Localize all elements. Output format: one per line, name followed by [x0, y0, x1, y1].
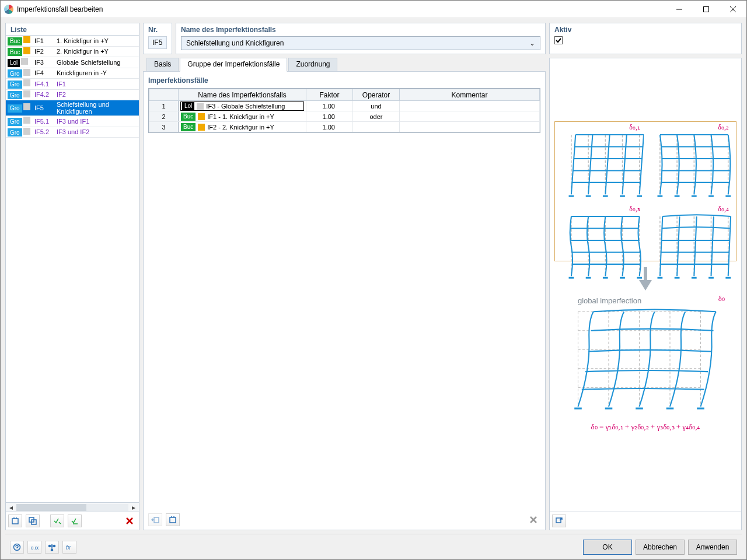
cancel-button[interactable]: Abbrechen: [636, 540, 685, 555]
scroll-right-icon[interactable]: ▸: [130, 503, 138, 512]
col-name: Name des Imperfektionsfalls: [179, 89, 306, 101]
chevron-down-icon: ⌄: [527, 39, 537, 47]
list[interactable]: BucIF11. Knickfigur in +YBucIF22. Knickf…: [6, 35, 139, 502]
svg-rect-13: [154, 517, 159, 523]
diagram-4-icon: [647, 207, 732, 285]
preview-panel: δ₀,₁: [549, 58, 742, 530]
global-delta-label: δ₀: [718, 294, 725, 303]
copy-button[interactable]: [26, 514, 40, 527]
name-combo-value: Schiefstellung und Knickfiguren: [186, 39, 284, 47]
tab-basis[interactable]: Basis: [146, 58, 179, 72]
window-title: Imperfektionsfall bearbeiten: [17, 5, 103, 13]
list-hscroll[interactable]: ◂ ▸: [6, 502, 139, 512]
svg-rect-1: [704, 6, 709, 12]
svg-line-9: [59, 522, 61, 524]
apply-button[interactable]: Anwenden: [688, 540, 737, 555]
svg-line-26: [605, 135, 609, 194]
new-row-button[interactable]: [166, 513, 180, 526]
cases-table[interactable]: Name des Imperfektionsfalls Faktor Opera…: [148, 88, 540, 133]
nr-label: Nr.: [148, 26, 167, 34]
name-label: Name des Imperfektionsfalls: [181, 26, 540, 34]
units-button[interactable]: 0.00: [27, 541, 41, 554]
col-operator: Operator: [353, 89, 400, 101]
svg-line-24: [571, 135, 575, 194]
col-kommentar: Kommentar: [400, 89, 540, 101]
app-icon: [4, 5, 13, 14]
list-item[interactable]: GroIF5.1IF3 und IF1: [6, 116, 139, 127]
col-rownum: [149, 89, 179, 101]
check-a-button[interactable]: [50, 514, 64, 527]
delta-1-label: δ₀,₁: [629, 123, 640, 132]
list-toolbar: [6, 512, 139, 530]
fx-button[interactable]: fx: [62, 541, 76, 554]
svg-line-28: [640, 135, 644, 194]
list-header: Liste: [6, 23, 139, 35]
svg-text:fx: fx: [66, 544, 71, 551]
name-box: Name des Imperfektionsfalls Schiefstellu…: [176, 23, 546, 54]
svg-point-110: [54, 545, 55, 547]
table-row[interactable]: 1LolIF3 - Globale Schiefstellung1.00und: [149, 101, 540, 111]
delete-row-button[interactable]: [526, 513, 540, 526]
svg-point-105: [14, 544, 20, 550]
main-content: Basis Gruppe der Imperfektionsfälle Zuor…: [143, 58, 546, 530]
svg-line-25: [588, 135, 592, 194]
list-item[interactable]: GroIF5Schiefstellung und Knickfiguren: [6, 100, 139, 116]
diagram-1-icon: [558, 125, 644, 204]
delta-3-label: δ₀,₃: [629, 205, 640, 214]
minimize-button[interactable]: [666, 1, 693, 18]
tab-zuordnung[interactable]: Zuordnung: [288, 58, 337, 72]
diagram-3-icon: [558, 207, 644, 285]
move-left-button[interactable]: [148, 513, 162, 526]
formula-label: δ₀ = γ₁δ₀,₁ + γ₂δ₀,₂ + γ₃δ₀,₃ + γ₄δ₀,₄: [591, 422, 700, 432]
diagram-global-icon: [554, 296, 736, 419]
aktiv-label: Aktiv: [554, 26, 736, 34]
svg-point-111: [51, 549, 53, 551]
svg-rect-14: [170, 517, 176, 523]
preview-detach-button[interactable]: [552, 514, 566, 527]
tree-button[interactable]: [45, 541, 59, 554]
aktiv-checkbox[interactable]: [554, 36, 563, 44]
list-item[interactable]: GroIF4.1IF1: [6, 79, 139, 90]
nr-value: IF5: [148, 36, 167, 49]
svg-point-109: [49, 545, 51, 547]
maximize-button[interactable]: [693, 1, 720, 18]
svg-rect-4: [12, 519, 18, 524]
list-item[interactable]: BucIF22. Knickfigur in +Y: [6, 46, 139, 57]
check-b-button[interactable]: [68, 514, 82, 527]
new-button[interactable]: [8, 514, 22, 527]
svg-line-27: [623, 135, 627, 194]
list-item[interactable]: GroIF4.2IF2: [6, 89, 139, 100]
nr-box: Nr. IF5: [143, 23, 172, 54]
titlebar: Imperfektionsfall bearbeiten: [1, 1, 746, 18]
diagram-2-icon: [647, 125, 732, 204]
name-combo[interactable]: Schiefstellung und Knickfiguren ⌄: [181, 36, 540, 50]
aktiv-box: Aktiv: [549, 23, 742, 54]
table-row[interactable]: 2BucIF1 - 1. Knickfigur in +Y1.00oder: [149, 111, 540, 122]
delta-4-label: δ₀,₄: [718, 205, 729, 214]
delta-2-label: δ₀,₂: [718, 123, 729, 132]
close-button[interactable]: [720, 1, 746, 18]
svg-text:0.00: 0.00: [31, 545, 39, 551]
table-row[interactable]: 3BucIF2 - 2. Knickfigur in +Y1.00: [149, 122, 540, 132]
help-button[interactable]: [10, 541, 24, 554]
list-panel: Liste BucIF11. Knickfigur in +YBucIF22. …: [5, 23, 139, 530]
section-title: Imperfektionsfälle: [148, 76, 540, 85]
ok-button[interactable]: OK: [583, 540, 632, 555]
list-item[interactable]: GroIF5.2IF3 und IF2: [6, 127, 139, 138]
col-faktor: Faktor: [306, 89, 353, 101]
list-item[interactable]: LolIF3Globale Schiefstellung: [6, 57, 139, 68]
tab-gruppe[interactable]: Gruppe der Imperfektionsfälle: [180, 58, 287, 72]
scroll-left-icon[interactable]: ◂: [7, 503, 15, 512]
list-item[interactable]: GroIF4Knickfiguren in -Y: [6, 68, 139, 79]
list-item[interactable]: BucIF11. Knickfigur in +Y: [6, 36, 139, 46]
global-imperfection-label: global imperfection: [578, 296, 641, 305]
delete-button[interactable]: [123, 514, 137, 527]
